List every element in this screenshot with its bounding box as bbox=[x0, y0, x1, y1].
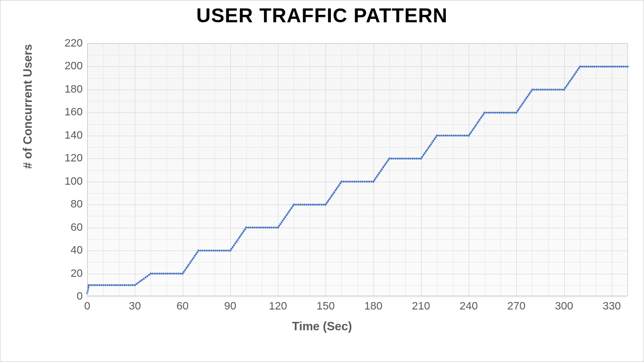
svg-point-323 bbox=[610, 66, 612, 68]
svg-point-122 bbox=[287, 212, 289, 214]
svg-point-65 bbox=[195, 253, 197, 255]
x-tick-label: 270 bbox=[507, 300, 526, 312]
svg-point-300 bbox=[571, 78, 573, 80]
svg-point-169 bbox=[364, 181, 366, 183]
svg-point-272 bbox=[525, 98, 527, 100]
svg-point-74 bbox=[210, 250, 212, 252]
svg-point-303 bbox=[574, 73, 576, 75]
svg-point-104 bbox=[258, 227, 260, 229]
svg-point-147 bbox=[328, 199, 330, 201]
x-tick-label: 240 bbox=[460, 300, 478, 312]
svg-point-62 bbox=[191, 259, 193, 260]
svg-point-244 bbox=[480, 117, 482, 119]
svg-point-163 bbox=[351, 181, 353, 183]
svg-point-31 bbox=[139, 280, 141, 282]
svg-point-131 bbox=[299, 204, 301, 206]
svg-point-288 bbox=[552, 89, 554, 91]
svg-point-76 bbox=[215, 250, 216, 252]
svg-point-8 bbox=[94, 284, 96, 286]
svg-point-132 bbox=[301, 204, 303, 206]
svg-point-164 bbox=[353, 181, 355, 183]
svg-point-89 bbox=[235, 241, 237, 243]
svg-point-201 bbox=[416, 157, 418, 159]
svg-point-213 bbox=[431, 142, 433, 144]
svg-point-306 bbox=[578, 67, 580, 69]
svg-point-93 bbox=[240, 234, 242, 236]
svg-point-212 bbox=[430, 144, 432, 146]
svg-point-5 bbox=[88, 284, 90, 286]
svg-point-150 bbox=[332, 193, 334, 195]
svg-point-155 bbox=[338, 184, 340, 186]
svg-point-168 bbox=[362, 181, 364, 183]
svg-point-194 bbox=[401, 157, 403, 159]
svg-point-232 bbox=[466, 135, 468, 137]
svg-point-284 bbox=[544, 89, 546, 91]
svg-point-133 bbox=[304, 204, 306, 206]
svg-point-108 bbox=[267, 227, 268, 229]
y-tick-label: 160 bbox=[53, 105, 83, 118]
svg-point-225 bbox=[451, 135, 453, 137]
svg-point-186 bbox=[387, 159, 389, 161]
svg-point-71 bbox=[204, 250, 206, 252]
svg-point-46 bbox=[167, 273, 169, 275]
svg-point-218 bbox=[436, 135, 438, 137]
svg-point-188 bbox=[388, 157, 390, 159]
svg-point-208 bbox=[425, 151, 427, 153]
svg-point-66 bbox=[196, 252, 198, 254]
svg-point-181 bbox=[381, 168, 383, 170]
svg-point-80 bbox=[223, 250, 225, 252]
svg-point-100 bbox=[249, 227, 251, 229]
svg-point-52 bbox=[179, 273, 181, 275]
svg-point-167 bbox=[360, 181, 362, 183]
svg-point-128 bbox=[293, 204, 295, 206]
svg-point-172 bbox=[370, 181, 372, 183]
svg-point-224 bbox=[449, 135, 451, 137]
svg-point-20 bbox=[119, 284, 121, 286]
svg-point-12 bbox=[103, 284, 105, 286]
svg-point-193 bbox=[399, 157, 401, 159]
svg-point-144 bbox=[324, 204, 326, 206]
svg-point-82 bbox=[227, 250, 229, 252]
y-tick-label: 140 bbox=[53, 129, 83, 142]
svg-point-72 bbox=[206, 250, 208, 252]
svg-point-273 bbox=[527, 96, 529, 98]
svg-point-185 bbox=[386, 161, 388, 163]
svg-point-285 bbox=[546, 89, 548, 91]
svg-point-329 bbox=[623, 66, 625, 68]
svg-point-109 bbox=[268, 227, 270, 229]
svg-point-259 bbox=[507, 111, 509, 113]
svg-point-283 bbox=[542, 89, 544, 91]
svg-point-298 bbox=[568, 82, 570, 84]
svg-point-7 bbox=[92, 284, 94, 286]
svg-point-153 bbox=[336, 188, 338, 190]
svg-point-221 bbox=[442, 135, 444, 137]
svg-point-162 bbox=[349, 181, 351, 183]
svg-point-3 bbox=[87, 286, 89, 288]
svg-point-301 bbox=[572, 76, 574, 78]
x-axis-line bbox=[87, 296, 627, 296]
svg-point-325 bbox=[614, 66, 616, 68]
svg-point-98 bbox=[245, 227, 247, 229]
svg-point-206 bbox=[423, 154, 425, 156]
svg-point-228 bbox=[457, 135, 459, 137]
svg-point-197 bbox=[407, 157, 409, 159]
svg-point-264 bbox=[515, 111, 517, 113]
svg-point-171 bbox=[368, 181, 370, 183]
svg-point-29 bbox=[136, 283, 138, 285]
svg-point-282 bbox=[540, 89, 542, 91]
svg-point-45 bbox=[164, 273, 166, 275]
svg-point-302 bbox=[573, 74, 575, 76]
svg-point-158 bbox=[340, 181, 342, 183]
svg-point-216 bbox=[435, 136, 437, 138]
svg-point-241 bbox=[476, 122, 478, 124]
svg-point-260 bbox=[509, 111, 511, 113]
svg-point-328 bbox=[620, 66, 622, 68]
x-tick-label: 150 bbox=[317, 300, 335, 312]
svg-point-145 bbox=[326, 202, 328, 204]
svg-point-179 bbox=[378, 172, 380, 174]
svg-point-251 bbox=[490, 111, 492, 113]
svg-point-311 bbox=[585, 66, 587, 68]
svg-point-238 bbox=[473, 128, 475, 130]
x-tick-label: 300 bbox=[555, 300, 573, 312]
svg-point-69 bbox=[200, 250, 202, 252]
